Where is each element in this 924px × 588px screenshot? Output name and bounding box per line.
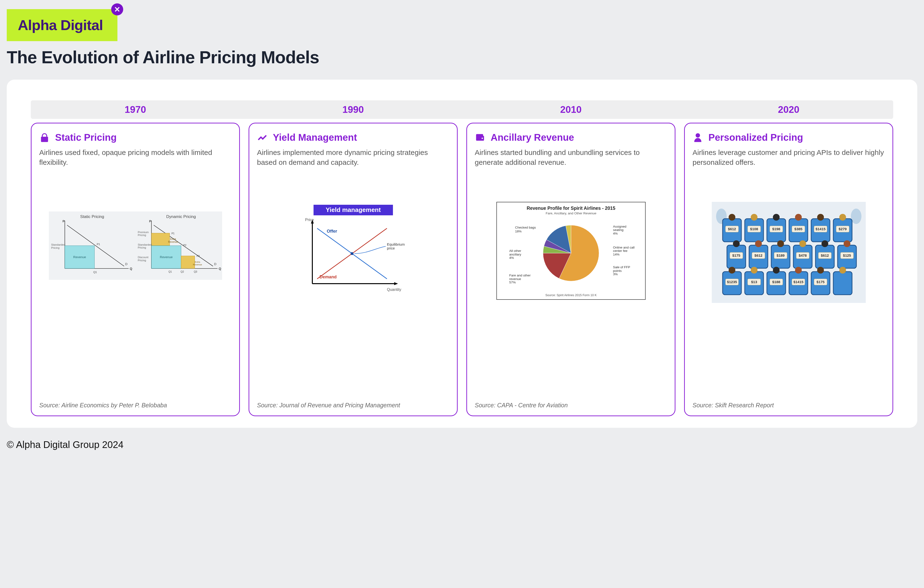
svg-text:Equilibriumprice: Equilibriumprice bbox=[387, 242, 405, 250]
era-title: Ancillary Revenue bbox=[491, 132, 574, 143]
svg-text:Q: Q bbox=[130, 267, 132, 270]
svg-point-119 bbox=[773, 267, 780, 273]
trend-icon bbox=[257, 132, 267, 143]
svg-text:Revenue: Revenue bbox=[160, 255, 173, 259]
svg-text:$108: $108 bbox=[750, 227, 758, 231]
svg-text:Q3: Q3 bbox=[194, 270, 197, 273]
svg-point-111 bbox=[729, 267, 735, 273]
svg-text:P3: P3 bbox=[196, 255, 200, 257]
era-yield-management: Yield Management Airlines implemented mo… bbox=[249, 123, 458, 416]
svg-text:$612: $612 bbox=[728, 227, 736, 231]
svg-text:P2: P2 bbox=[183, 244, 186, 247]
era-header: Ancillary Revenue bbox=[475, 132, 667, 143]
era-header: Yield Management bbox=[257, 132, 449, 143]
svg-point-71 bbox=[773, 214, 780, 221]
svg-point-95 bbox=[777, 240, 784, 247]
era-static-pricing: Static Pricing Airlines used fixed, opaq… bbox=[31, 123, 240, 416]
era-title: Static Pricing bbox=[55, 132, 117, 143]
svg-text:$478: $478 bbox=[799, 253, 807, 257]
svg-text:$198: $198 bbox=[772, 227, 780, 231]
svg-text:$612: $612 bbox=[754, 253, 762, 257]
svg-point-67 bbox=[751, 214, 757, 221]
era-source: Source: CAPA - Centre for Aviation bbox=[475, 402, 568, 409]
svg-point-91 bbox=[755, 240, 762, 247]
svg-point-131 bbox=[839, 267, 846, 273]
svg-point-115 bbox=[751, 267, 757, 273]
svg-point-87 bbox=[733, 240, 740, 247]
svg-text:Dynamic Pricing: Dynamic Pricing bbox=[166, 214, 196, 219]
timeline-year-row: 1970 1990 2010 2020 bbox=[31, 100, 893, 119]
era-source: Source: Airline Economics by Peter P. Be… bbox=[39, 402, 167, 409]
lock-icon bbox=[39, 132, 50, 143]
svg-text:$13: $13 bbox=[751, 280, 757, 284]
svg-point-79 bbox=[817, 214, 824, 221]
svg-text:P1: P1 bbox=[171, 232, 175, 235]
svg-point-123 bbox=[795, 267, 802, 273]
svg-point-75 bbox=[795, 214, 802, 221]
static-vs-dynamic-chart: Static Pricing P Q D Revenue P1 Standard… bbox=[49, 211, 222, 280]
svg-rect-20 bbox=[151, 233, 170, 245]
svg-text:Static Pricing: Static Pricing bbox=[80, 214, 104, 219]
svg-text:P: P bbox=[149, 219, 151, 223]
svg-text:P1: P1 bbox=[96, 243, 100, 245]
svg-point-63 bbox=[729, 214, 735, 221]
svg-text:$612: $612 bbox=[821, 253, 829, 257]
era-title: Yield Management bbox=[273, 132, 357, 143]
svg-text:$125: $125 bbox=[843, 253, 851, 257]
person-icon bbox=[693, 132, 703, 143]
svg-point-61 bbox=[851, 209, 861, 224]
svg-point-99 bbox=[799, 240, 806, 247]
svg-point-83 bbox=[839, 214, 846, 221]
era-source: Source: Journal of Revenue and Pricing M… bbox=[257, 402, 400, 409]
era-header: Personalized Pricing bbox=[693, 132, 885, 143]
personalized-pricing-figure: $612$108$198$385$1415$279$175$612$189$47… bbox=[693, 202, 885, 303]
svg-text:Q: Q bbox=[218, 267, 221, 270]
page-title: The Evolution of Airline Pricing Models bbox=[7, 48, 917, 67]
ancillary-pie-figure: Revenue Profile for Spirit Airlines - 20… bbox=[475, 202, 667, 300]
timeline-year: 1970 bbox=[31, 100, 240, 119]
svg-text:$385: $385 bbox=[794, 227, 802, 231]
svg-text:$188: $188 bbox=[772, 280, 780, 284]
wallet-icon bbox=[475, 132, 485, 143]
era-desc: Airlines implemented more dynamic pricin… bbox=[257, 148, 449, 167]
svg-text:Revenue Profile for Spirit Air: Revenue Profile for Spirit Airlines - 20… bbox=[526, 206, 615, 211]
brand-logo: Alpha Digital ✕ bbox=[7, 9, 117, 41]
timeline-year: 2010 bbox=[466, 100, 675, 119]
static-pricing-figure: Static Pricing P Q D Revenue P1 Standard… bbox=[39, 211, 231, 280]
timeline-card: 1970 1990 2010 2020 Static Pricing Airli… bbox=[7, 80, 917, 428]
svg-point-45 bbox=[351, 252, 353, 255]
svg-point-127 bbox=[817, 267, 824, 273]
svg-text:$189: $189 bbox=[777, 253, 784, 257]
era-ancillary-revenue: Ancillary Revenue Airlines started bundl… bbox=[466, 123, 675, 416]
timeline-year: 1990 bbox=[249, 100, 458, 119]
svg-point-103 bbox=[822, 240, 828, 247]
svg-text:Quantity: Quantity bbox=[387, 288, 401, 292]
yield-management-figure: Yield management Price Quantity Offer De… bbox=[257, 202, 449, 298]
svg-text:$1235: $1235 bbox=[727, 280, 737, 284]
svg-text:$1415: $1415 bbox=[793, 280, 804, 284]
svg-text:Q1: Q1 bbox=[93, 271, 97, 273]
timeline-year: 2020 bbox=[684, 100, 893, 119]
era-desc: Airlines used fixed, opaque pricing mode… bbox=[39, 148, 231, 167]
svg-text:Q1: Q1 bbox=[168, 270, 172, 273]
svg-text:$1415: $1415 bbox=[815, 227, 826, 231]
svg-text:Q2: Q2 bbox=[180, 270, 184, 273]
svg-text:Demand: Demand bbox=[320, 275, 337, 279]
era-desc: Airlines started bundling and unbundling… bbox=[475, 148, 667, 167]
svg-rect-24 bbox=[181, 256, 195, 268]
svg-text:Source:  Spirit Airlines 2015 : Source: Spirit Airlines 2015 Form 10 K bbox=[545, 293, 597, 297]
brand-badge-icon: ✕ bbox=[111, 3, 123, 15]
era-header: Static Pricing bbox=[39, 132, 231, 143]
svg-rect-130 bbox=[833, 272, 852, 295]
era-desc: Airlines leverage customer and pricing A… bbox=[693, 148, 885, 167]
svg-text:Fare, Ancillary, and Other Rev: Fare, Ancillary, and Other Revenue bbox=[546, 211, 596, 215]
svg-text:Yield management: Yield management bbox=[325, 206, 381, 213]
svg-text:$175: $175 bbox=[732, 253, 740, 257]
svg-text:D: D bbox=[125, 262, 127, 266]
svg-text:Offer: Offer bbox=[327, 229, 337, 234]
svg-marker-41 bbox=[394, 282, 398, 285]
era-personalized-pricing: Personalized Pricing Airlines leverage c… bbox=[684, 123, 893, 416]
svg-text:$279: $279 bbox=[838, 227, 846, 231]
era-source: Source: Skift Research Report bbox=[693, 402, 774, 409]
svg-text:$175: $175 bbox=[817, 280, 824, 284]
